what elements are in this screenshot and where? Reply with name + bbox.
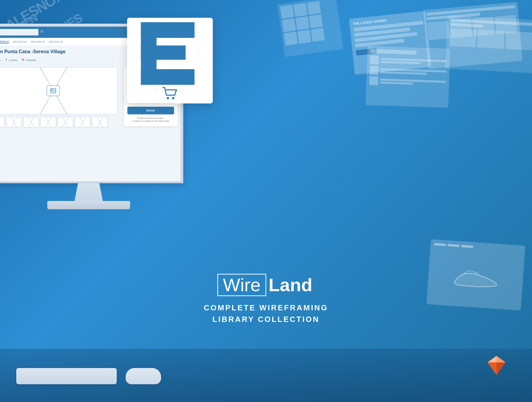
- bg-shopping-card: [366, 46, 450, 108]
- sketch-icon-container: [485, 354, 508, 378]
- monitor-base: [47, 201, 130, 209]
- thumb-6: [74, 117, 90, 127]
- calendar-icon: 📅: [22, 59, 25, 61]
- section-5-nav[interactable]: SECTION #5: [31, 40, 45, 43]
- thumb-4: [40, 117, 56, 127]
- tab-location[interactable]: 📍 Location: [5, 58, 17, 62]
- logo-card: [127, 18, 213, 103]
- thumb-2: [6, 117, 22, 127]
- letter-e-svg: [127, 18, 213, 89]
- svg-rect-4: [141, 46, 186, 60]
- tab-availability[interactable]: 📅 Avalability: [22, 58, 36, 62]
- tab-availability-label: Avalability: [25, 59, 36, 61]
- tab-location-label: Location: [9, 59, 17, 61]
- pin-icon: 📍: [5, 59, 8, 61]
- wireland-section: Wire Land COMPLETE WIREFRAMING LIBRARY C…: [177, 274, 355, 325]
- svg-point-7: [172, 97, 174, 99]
- bg-product-grid: [277, 0, 343, 57]
- svg-rect-5: [141, 69, 195, 85]
- tab-reviews-label: Reviews: [0, 59, 1, 61]
- wireland-logo: Wire Land: [217, 274, 315, 296]
- sketch-diamond-icon: [485, 354, 508, 377]
- image-placeholder-icon: [47, 85, 60, 96]
- screen-search-input[interactable]: [0, 29, 38, 35]
- thumb-5: [57, 117, 73, 127]
- monitor-stand-neck: [71, 183, 106, 201]
- tab-reviews[interactable]: ★ Reviews: [0, 58, 1, 62]
- wire-label: Wire: [217, 274, 266, 296]
- section-4-nav[interactable]: SECTION #4: [13, 40, 27, 43]
- main-image-wireframe: [0, 67, 118, 114]
- bg-sneaker-card: [426, 239, 525, 311]
- mouse: [126, 368, 161, 384]
- cart-logo-icon: [162, 86, 178, 103]
- screen-left: [0, 64, 121, 169]
- shoe-svg: [451, 264, 500, 291]
- search-icon: 🔍: [40, 30, 45, 34]
- section-3-nav[interactable]: SECTION #3: [0, 40, 9, 43]
- keyboard: [16, 368, 117, 384]
- thumbnail-strip: [0, 117, 118, 127]
- keyboard-mouse-area: [0, 368, 195, 384]
- thumb-3: [23, 117, 39, 127]
- wireland-subtitle: COMPLETE WIREFRAMING LIBRARY COLLECTION: [177, 302, 355, 325]
- svg-rect-3: [141, 22, 195, 38]
- bg-wf-card2: [445, 15, 532, 73]
- book-button[interactable]: BOOK: [127, 107, 174, 114]
- land-label: Land: [266, 275, 315, 295]
- section-6-nav[interactable]: SECTION #6: [49, 40, 63, 43]
- svg-point-6: [167, 97, 169, 99]
- thumb-7: [92, 117, 108, 127]
- reservation-note: People are eyeing this place. 10 others …: [127, 117, 174, 123]
- thumb-1: [0, 117, 5, 127]
